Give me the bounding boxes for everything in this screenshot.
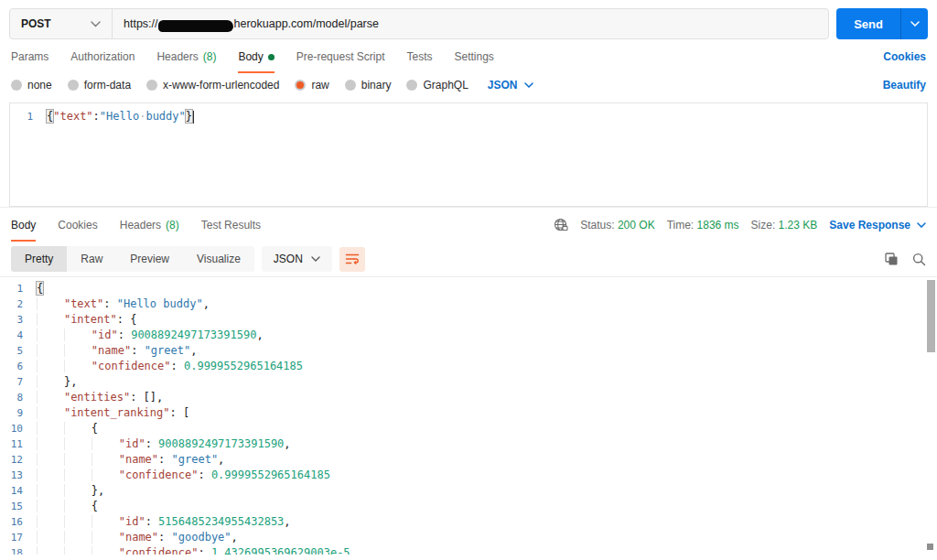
- view-tab-pretty[interactable]: Pretty: [11, 246, 67, 272]
- code-line: 9 "intent_ranking": [: [0, 405, 937, 421]
- radio-icon: [345, 80, 356, 91]
- mode-label: x-www-form-urlencoded: [163, 79, 279, 92]
- body-mode-row: noneform-datax-www-form-urlencodedrawbin…: [0, 73, 937, 102]
- tab-label: Body: [238, 50, 263, 63]
- tab-pre-request-script[interactable]: Pre-request Script: [296, 40, 385, 73]
- chevron-down-icon: [917, 222, 926, 228]
- wrap-text-button[interactable]: [339, 247, 365, 272]
- code-text: {: [37, 421, 98, 436]
- radio-icon: [146, 80, 157, 91]
- meta-value: 1836 ms: [697, 219, 739, 232]
- line-number: 10: [0, 421, 37, 436]
- body-mode-graphql[interactable]: GraphQL: [406, 79, 468, 92]
- tab-label: Cookies: [58, 219, 97, 232]
- line-number: 11: [0, 436, 37, 452]
- send-options-button[interactable]: [900, 8, 928, 39]
- response-toolbar-icons: [885, 253, 926, 266]
- cookies-link[interactable]: Cookies: [883, 50, 926, 63]
- url-input[interactable]: https://herokuapp.com/model/parse: [113, 9, 828, 38]
- send-label: Send: [854, 17, 883, 31]
- response-tab-body[interactable]: Body: [11, 208, 36, 242]
- view-tab-raw[interactable]: Raw: [67, 246, 116, 272]
- tab-settings[interactable]: Settings: [455, 40, 494, 73]
- line-number: 12: [0, 452, 37, 468]
- search-button[interactable]: [912, 253, 926, 266]
- tab-label: Test Results: [201, 219, 261, 232]
- response-language-selector[interactable]: JSON: [262, 246, 332, 272]
- line-number: 9: [0, 405, 37, 421]
- tab-label: Tests: [406, 50, 432, 63]
- send-button[interactable]: Send: [836, 8, 900, 39]
- language-label: JSON: [274, 253, 303, 265]
- meta-time: Time: 1836 ms: [667, 219, 739, 232]
- line-number: 6: [0, 359, 37, 374]
- code-text: "intent": {: [37, 312, 136, 328]
- tab-body[interactable]: Body: [238, 40, 274, 73]
- code-text: },: [37, 483, 104, 499]
- url-redaction: [158, 20, 233, 32]
- response-tabs: BodyCookiesHeaders(8)Test Results Status…: [0, 207, 937, 242]
- body-mode-none[interactable]: none: [11, 79, 52, 92]
- tab-label: Body: [11, 219, 36, 232]
- save-response-button[interactable]: Save Response: [829, 219, 926, 232]
- raw-language-selector[interactable]: JSON: [488, 79, 533, 92]
- line-number: 3: [0, 312, 37, 328]
- body-mode-form-data[interactable]: form-data: [68, 79, 131, 92]
- line-number: 13: [0, 468, 37, 483]
- response-tab-headers[interactable]: Headers(8): [120, 208, 179, 242]
- chevron-down-icon: [910, 21, 920, 27]
- search-icon: [912, 253, 926, 266]
- method-selector[interactable]: POST: [10, 9, 113, 38]
- code-line: 17 "name": "goodbye",: [0, 530, 937, 545]
- code-text: "id": 9008892497173391590,: [37, 436, 291, 452]
- scrollbar-corner[interactable]: [927, 544, 933, 550]
- response-tab-cookies[interactable]: Cookies: [58, 208, 97, 242]
- tab-count-badge: (8): [203, 50, 217, 63]
- line-number: 2: [0, 296, 37, 312]
- line-number: 17: [0, 530, 37, 545]
- tab-label: Authorization: [70, 50, 135, 63]
- meta-value: 200 OK: [618, 219, 655, 232]
- line-number: 5: [0, 343, 37, 359]
- response-body-editor[interactable]: 1{2 "text": "Hello buddy",3 "intent": {4…: [0, 276, 937, 555]
- tab-params[interactable]: Params: [11, 40, 48, 73]
- radio-icon: [295, 80, 306, 91]
- line-number: 8: [0, 390, 37, 405]
- beautify-link[interactable]: Beautify: [883, 79, 926, 92]
- body-present-dot: [268, 54, 275, 60]
- code-line: 8 "entities": [],: [0, 390, 937, 405]
- body-mode-x-www-form-urlencoded[interactable]: x-www-form-urlencoded: [146, 79, 279, 92]
- mode-label: binary: [361, 79, 392, 92]
- code-line: 3 "intent": {: [0, 312, 937, 328]
- meta-label: Time:: [667, 219, 697, 232]
- response-view-row: PrettyRawPreviewVisualize JSON: [0, 242, 937, 276]
- line-number: 4: [0, 328, 37, 343]
- view-tab-visualize[interactable]: Visualize: [183, 246, 254, 272]
- code-text: {"text":"Hello·buddy"}: [47, 109, 192, 124]
- copy-button[interactable]: [885, 253, 899, 266]
- code-line: 11 "id": 9008892497173391590,: [0, 436, 937, 452]
- tab-count-badge: (8): [166, 219, 179, 232]
- view-tab-preview[interactable]: Preview: [116, 246, 183, 272]
- line-number: 15: [0, 499, 37, 514]
- language-label: JSON: [488, 79, 518, 92]
- line-number: 16: [0, 514, 37, 530]
- mode-label: none: [27, 79, 52, 92]
- tab-headers[interactable]: Headers(8): [156, 40, 216, 73]
- mode-label: form-data: [84, 79, 131, 92]
- body-mode-raw[interactable]: raw: [295, 79, 328, 92]
- url-suffix: herokuapp.com/model/parse: [234, 17, 379, 30]
- request-body-editor[interactable]: 1{"text":"Hello·buddy"}: [9, 102, 928, 207]
- code-line: 14 },: [0, 483, 937, 499]
- code-text: "id": 9008892497173391590,: [37, 328, 264, 343]
- url-bar: POST https://herokuapp.com/model/parse: [9, 8, 829, 39]
- body-mode-binary[interactable]: binary: [345, 79, 392, 92]
- chevron-down-icon: [524, 82, 533, 88]
- code-line: 2 "text": "Hello buddy",: [0, 296, 937, 312]
- code-text: "name": "greet",: [37, 452, 224, 468]
- response-tab-test-results[interactable]: Test Results: [201, 208, 261, 242]
- code-line: 18 "confidence": 1.4326995369629003e-5: [0, 545, 937, 555]
- tab-authorization[interactable]: Authorization: [70, 40, 135, 73]
- vertical-scrollbar-thumb[interactable]: [927, 280, 935, 352]
- tab-tests[interactable]: Tests: [406, 40, 432, 73]
